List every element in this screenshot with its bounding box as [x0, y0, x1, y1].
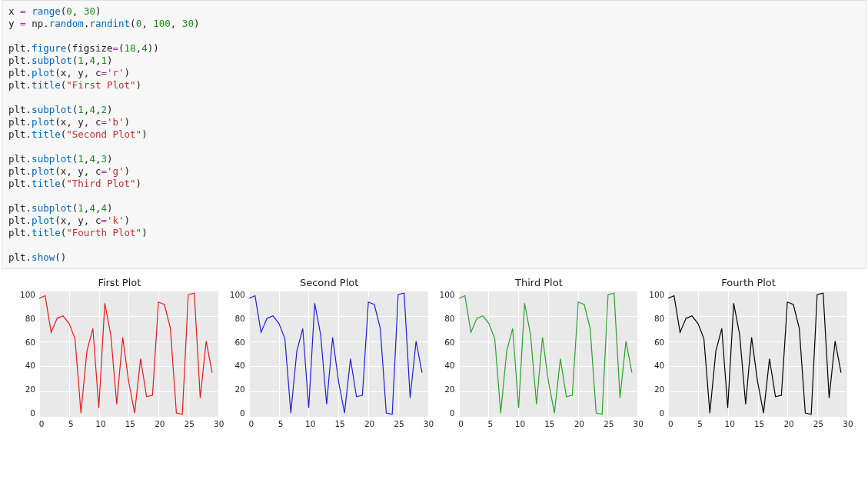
x-axis-ticks: 051015202530 — [440, 419, 639, 430]
y-tick-label: 60 — [25, 338, 35, 347]
code-token: plot — [32, 116, 55, 128]
code-token: (figsize — [66, 42, 112, 54]
x-tick-label: 25 — [185, 419, 195, 428]
code-token: 4 — [89, 202, 95, 214]
code-token: title — [32, 178, 61, 189]
plot-container: Second Plot100806040200051015202530 — [230, 277, 429, 430]
x-tick-label: 15 — [125, 419, 135, 428]
code-token: ) — [141, 227, 148, 238]
x-tick-label: 15 — [544, 419, 554, 428]
code-token: ) — [107, 55, 113, 66]
y-tick-label: 80 — [25, 314, 35, 323]
code-token: . — [26, 79, 32, 91]
x-tick-label: 0 — [668, 419, 673, 428]
x-tick-label: 5 — [697, 419, 703, 428]
x-tick-label: 20 — [574, 419, 584, 428]
y-tick-label: 80 — [654, 314, 664, 323]
code-token: 18 — [125, 42, 136, 54]
code-token: plt — [8, 128, 26, 140]
code-token: random — [49, 18, 84, 29]
code-token: plt — [8, 153, 26, 165]
code-token: ) — [136, 79, 142, 91]
y-tick-label: 40 — [654, 361, 664, 370]
y-axis-ticks: 100806040200 — [230, 290, 248, 418]
x-tick-label: 5 — [278, 419, 284, 428]
code-token: title — [32, 227, 61, 238]
plot-body: 100806040200 — [649, 290, 848, 418]
code-token: 1 — [78, 104, 84, 115]
x-tick-label: 5 — [488, 419, 494, 428]
y-tick-label: 60 — [654, 338, 664, 347]
x-tick-label: 25 — [813, 419, 823, 428]
y-tick-label: 60 — [444, 338, 454, 347]
code-token: . — [43, 18, 49, 29]
plot-container: First Plot100806040200051015202530 — [20, 277, 219, 430]
code-token: 'k' — [107, 215, 125, 226]
code-token: , — [72, 5, 84, 17]
line-path — [39, 293, 212, 414]
code-token: ) — [125, 116, 131, 128]
code-token: . — [26, 202, 32, 214]
x-tick-label: 25 — [394, 419, 404, 428]
plots-row: First Plot100806040200051015202530Second… — [0, 277, 868, 436]
gridline-vertical — [428, 291, 429, 417]
y-tick-label: 0 — [450, 408, 455, 418]
code-token: 4 — [89, 55, 95, 66]
code-token: ) — [107, 202, 113, 214]
code-token: plt — [8, 79, 26, 91]
x-tick-label: 0 — [458, 419, 464, 428]
code-token: 'b' — [107, 116, 125, 128]
code-token: range — [32, 5, 61, 17]
code-token: show — [32, 251, 55, 263]
y-axis-ticks: 100806040200 — [440, 290, 458, 418]
x-tick-label: 0 — [248, 419, 254, 428]
code-token: , — [171, 18, 182, 29]
code-token: , — [136, 42, 142, 54]
plot-title: First Plot — [20, 277, 219, 288]
y-tick-label: 100 — [20, 290, 35, 299]
y-tick-label: 20 — [25, 384, 35, 394]
gridline-horizontal — [249, 417, 428, 418]
y-tick-label: 0 — [30, 408, 35, 418]
plot-title: Third Plot — [440, 277, 639, 288]
code-token: = — [101, 215, 107, 226]
gridline-horizontal — [459, 417, 638, 418]
code-token: . — [26, 128, 32, 140]
y-tick-label: 100 — [230, 290, 245, 299]
plot-body: 100806040200 — [440, 290, 639, 418]
code-token: "Second Plot" — [66, 128, 141, 140]
plot-title: Second Plot — [230, 277, 429, 288]
code-token: () — [55, 251, 66, 263]
code-token: 30 — [182, 18, 194, 29]
code-token: 'g' — [107, 165, 125, 177]
y-tick-label: 100 — [649, 290, 664, 299]
code-token: . — [26, 42, 32, 54]
y-axis-ticks: 100806040200 — [20, 290, 38, 418]
code-token: = — [112, 42, 118, 54]
x-tick-label: 30 — [424, 419, 434, 428]
line-series — [459, 291, 638, 417]
plot-body: 100806040200 — [230, 290, 429, 418]
x-tick-label: 5 — [68, 419, 74, 428]
code-token: = — [101, 67, 107, 78]
code-token: figure — [32, 42, 66, 54]
code-token: y — [8, 18, 20, 29]
code-token: plt — [8, 67, 26, 78]
code-token: = — [101, 165, 107, 177]
code-token: title — [32, 128, 61, 140]
x-tick-label: 20 — [155, 419, 165, 428]
code-token: , — [141, 18, 153, 29]
y-tick-label: 20 — [234, 384, 244, 394]
code-token: ) — [95, 5, 101, 17]
code-token: plt — [8, 178, 26, 189]
gridline-horizontal — [668, 417, 847, 418]
code-token: title — [32, 79, 61, 91]
code-token: = — [20, 5, 32, 17]
chart-area — [458, 290, 639, 418]
x-tick-label: 10 — [724, 419, 734, 428]
code-token: 1 — [101, 55, 107, 66]
line-path — [459, 293, 632, 414]
x-tick-label: 10 — [305, 419, 315, 428]
gridline-vertical — [218, 291, 219, 417]
code-token: subplot — [32, 202, 72, 214]
